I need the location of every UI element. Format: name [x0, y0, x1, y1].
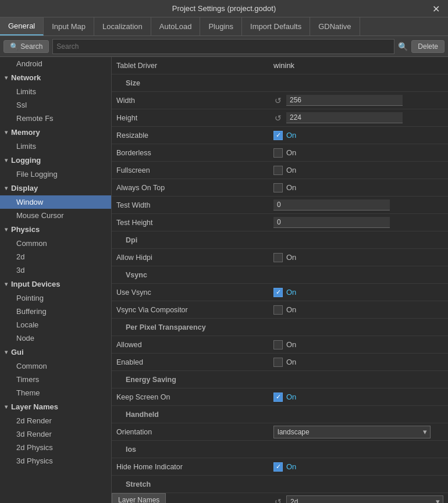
tab-import-defaults[interactable]: Import Defaults [242, 17, 310, 35]
resizable-checkbox[interactable] [273, 131, 283, 140]
width-reset-button[interactable]: ↺ [273, 95, 283, 106]
sidebar-item-limits[interactable]: Limits [0, 85, 111, 98]
tab-input-map[interactable]: Input Map [44, 17, 94, 35]
allowed-on-label: On [286, 340, 296, 349]
content-area: Tablet Driver winink Size Width ↺ Height… [112, 57, 448, 503]
main-content: Android ▾Network Limits Ssl Remote Fs ▾M… [0, 57, 448, 503]
tab-plugins[interactable]: Plugins [200, 17, 242, 35]
resizable-on-label: On [286, 131, 296, 140]
window-title: Project Settings (project.godot) [172, 4, 276, 13]
search-button[interactable]: 🔍 Search [3, 40, 49, 53]
sidebar-item-buffering[interactable]: Buffering [0, 305, 111, 318]
width-value: ↺ [273, 95, 443, 106]
width-label: Width [116, 94, 273, 107]
always-on-top-checkbox[interactable] [273, 183, 283, 192]
title-bar: Project Settings (project.godot) ✕ [0, 0, 448, 17]
allowed-checkbox[interactable] [273, 340, 283, 349]
sidebar-section-logging[interactable]: ▾Logging [0, 153, 111, 167]
use-vsync-checkbox[interactable] [273, 288, 283, 297]
sidebar-section-layer-names[interactable]: ▾Layer Names [0, 399, 111, 414]
keep-screen-on-label: Keep Screen On [116, 391, 273, 404]
width-input[interactable] [286, 95, 403, 106]
keep-screen-on-checkbox[interactable] [273, 393, 283, 402]
tab-general[interactable]: General [0, 17, 44, 35]
resizable-label: Resizable [116, 129, 273, 142]
search-icon-button[interactable]: 🔍 [398, 42, 408, 51]
sidebar-item-phys-3d[interactable]: 3d [0, 263, 111, 277]
tablet-driver-row: Tablet Driver winink [112, 57, 448, 74]
sidebar-item-node[interactable]: Node [0, 331, 111, 345]
search-input[interactable] [52, 39, 394, 54]
fullscreen-on-label: On [286, 166, 296, 174]
sidebar-item-3d-physics[interactable]: 3d Physics [0, 454, 111, 468]
sidebar-section-display[interactable]: ▾Display [0, 181, 111, 195]
tab-gdnative[interactable]: GDNative [310, 17, 360, 35]
dpi-header: Dpi [116, 234, 273, 247]
close-button[interactable]: ✕ [429, 2, 443, 15]
always-on-top-label: Always On Top [116, 181, 273, 194]
delete-button[interactable]: Delete [411, 40, 445, 53]
sidebar-item-mem-limits[interactable]: Limits [0, 140, 111, 153]
sidebar-item-ssl[interactable]: Ssl [0, 98, 111, 112]
ios-header-row: Ios [112, 441, 448, 458]
keep-screen-on-on-label: On [286, 393, 296, 401]
test-height-label: Test Height [116, 216, 273, 229]
sidebar-item-phys-common[interactable]: Common [0, 237, 111, 250]
height-reset-button[interactable]: ↺ [273, 112, 283, 124]
sidebar-section-physics[interactable]: ▾Physics [0, 222, 111, 237]
use-vsync-value: On [273, 288, 443, 297]
test-width-input[interactable] [273, 199, 390, 211]
vsync-header: Vsync [116, 269, 273, 281]
fullscreen-checkbox[interactable] [273, 166, 283, 175]
sidebar-item-phys-2d[interactable]: 2d [0, 250, 111, 263]
allow-hidpi-checkbox[interactable] [273, 253, 283, 262]
test-height-input[interactable] [273, 217, 390, 228]
vsync-compositor-row: Vsync Via Compositor On [112, 301, 448, 319]
vsync-compositor-checkbox[interactable] [273, 305, 283, 315]
use-vsync-on-label: On [286, 288, 296, 297]
always-on-top-on-label: On [286, 183, 296, 192]
per-pixel-header: Per Pixel Transparency [116, 321, 273, 334]
sidebar-item-file-logging[interactable]: File Logging [0, 167, 111, 181]
sidebar-item-mouse-cursor[interactable]: Mouse Cursor [0, 209, 111, 222]
sidebar-item-timers[interactable]: Timers [0, 373, 111, 386]
handheld-header: Handheld [116, 408, 273, 421]
sidebar-section-network[interactable]: ▾Network [0, 70, 111, 85]
test-height-row: Test Height [112, 214, 448, 231]
size-header-row: Size [112, 74, 448, 92]
sidebar-section-gui[interactable]: ▾Gui [0, 345, 111, 359]
sidebar-item-window[interactable]: Window [0, 195, 111, 209]
stretch-mode-reset-button[interactable]: ↺ [273, 496, 283, 504]
stretch-header-row: Stretch [112, 476, 448, 493]
allowed-label: Allowed [116, 338, 273, 351]
stretch-mode-select[interactable]: disabled 2d viewport [286, 495, 443, 504]
stretch-mode-row: Layer Names Mode ↺ disabled 2d viewport [112, 493, 448, 503]
sidebar-item-2d-physics[interactable]: 2d Physics [0, 441, 111, 454]
sidebar-section-memory[interactable]: ▾Memory [0, 125, 111, 140]
test-height-value [273, 217, 443, 228]
sidebar-item-3d-render[interactable]: 3d Render [0, 427, 111, 441]
energy-saving-header-row: Energy Saving [112, 371, 448, 388]
tab-localization[interactable]: Localization [94, 17, 151, 35]
borderless-checkbox[interactable] [273, 148, 283, 158]
hide-home-indicator-checkbox[interactable] [273, 462, 283, 472]
orientation-select[interactable]: landscape portrait sensor_landscape sens… [273, 426, 431, 438]
sidebar-item-android[interactable]: Android [0, 57, 111, 70]
sidebar-item-2d-render[interactable]: 2d Render [0, 414, 111, 427]
test-width-value [273, 199, 443, 211]
tablet-driver-label: Tablet Driver [116, 59, 273, 72]
sidebar-item-remote-fs[interactable]: Remote Fs [0, 112, 111, 125]
enabled-checkbox[interactable] [273, 358, 283, 367]
fullscreen-value: On [273, 166, 443, 175]
allow-hidpi-row: Allow Hidpi On [112, 249, 448, 266]
sidebar-item-locale[interactable]: Locale [0, 318, 111, 331]
tab-autoload[interactable]: AutoLoad [151, 17, 201, 35]
allow-hidpi-label: Allow Hidpi [116, 251, 273, 264]
sidebar-section-input-devices[interactable]: ▾Input Devices [0, 277, 111, 291]
tab-bar: General Input Map Localization AutoLoad … [0, 17, 448, 36]
resizable-row: Resizable On [112, 127, 448, 144]
sidebar-item-pointing[interactable]: Pointing [0, 291, 111, 305]
sidebar-item-theme[interactable]: Theme [0, 386, 111, 399]
height-input[interactable] [286, 112, 403, 123]
sidebar-item-gui-common[interactable]: Common [0, 359, 111, 373]
